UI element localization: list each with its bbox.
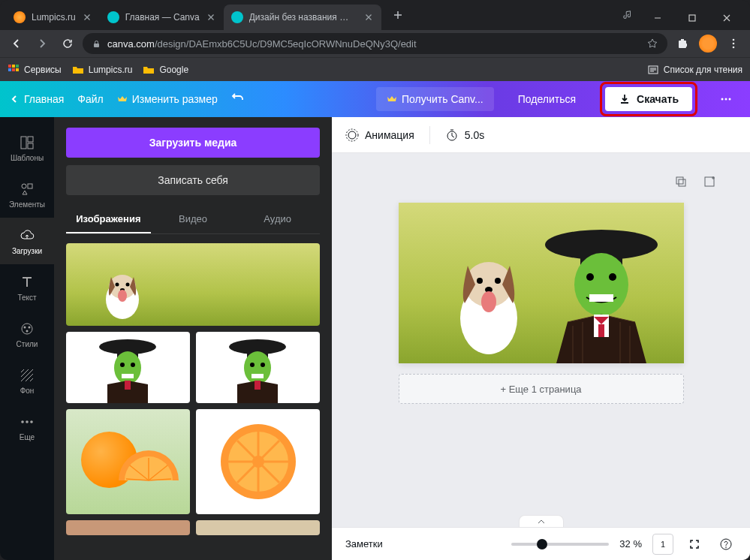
browser-tab-canva-home[interactable]: Главная — Canva	[100, 5, 224, 30]
bookmark-label: Google	[159, 65, 188, 75]
list-icon	[647, 64, 659, 76]
page-actions	[670, 171, 720, 192]
add-page-icon	[703, 175, 716, 188]
duplicate-page-button[interactable]	[670, 171, 691, 192]
browser-tab-canva-design[interactable]: Дизайн без названия — 1280	[224, 5, 381, 30]
share-button[interactable]: Поделиться	[508, 87, 586, 111]
uploads-icon	[19, 227, 35, 244]
back-button[interactable]	[6, 33, 27, 54]
svg-point-25	[26, 420, 29, 423]
minimize-button[interactable]	[640, 6, 675, 30]
canvas-page[interactable]	[399, 203, 684, 363]
home-button[interactable]: Главная	[9, 93, 64, 105]
svg-point-2	[733, 39, 735, 41]
rail-label: Еще	[20, 433, 35, 441]
svg-rect-67	[679, 179, 685, 186]
folder-icon	[72, 64, 84, 76]
media-thumb-mask1[interactable]	[66, 332, 190, 403]
download-icon	[619, 93, 631, 105]
add-page-button[interactable]	[699, 171, 720, 192]
reload-button[interactable]	[57, 33, 78, 54]
rail-background[interactable]: Фон	[0, 357, 54, 404]
svg-point-13	[725, 98, 727, 101]
window-controls	[640, 6, 744, 30]
file-menu[interactable]: Файл	[77, 93, 103, 105]
rail-text[interactable]: Текст	[0, 264, 54, 311]
media-thumb-orange-icon[interactable]	[196, 409, 320, 514]
rail-styles[interactable]: Стили	[0, 311, 54, 357]
background-icon	[19, 367, 35, 384]
media-thumb-mask2[interactable]	[196, 332, 320, 403]
bookmark-lumpics[interactable]: Lumpics.ru	[72, 64, 133, 76]
media-thumb-partial2[interactable]	[196, 520, 320, 535]
expand-pages-button[interactable]	[519, 515, 564, 527]
home-label: Главная	[24, 93, 64, 105]
elements-icon	[19, 181, 35, 197]
browser-menu-button[interactable]	[723, 33, 744, 54]
reading-list-button[interactable]: Список для чтения	[647, 64, 742, 76]
animation-icon	[345, 128, 359, 142]
favicon-lumpics	[14, 11, 26, 23]
url-domain: canva.com	[107, 38, 155, 50]
extensions-button[interactable]	[672, 33, 693, 54]
duration-label: 5.0s	[465, 129, 484, 141]
download-button[interactable]: Скачать	[605, 87, 692, 111]
close-icon[interactable]	[82, 12, 92, 23]
upload-media-button[interactable]: Загрузить медиа	[66, 128, 320, 158]
help-button[interactable]	[715, 534, 736, 555]
add-page-bar[interactable]: + Еще 1 страница	[399, 374, 684, 404]
tab-images[interactable]: Изображения	[66, 206, 151, 233]
media-icon[interactable]	[622, 10, 633, 20]
rail-elements[interactable]: Элементы	[0, 171, 54, 218]
close-icon[interactable]	[206, 12, 216, 23]
svg-rect-1	[94, 44, 99, 47]
url-bar[interactable]: canva.com/design/DAEmxb6C5Uc/D9MC5eqIcOR…	[83, 33, 667, 54]
get-canva-pro-button[interactable]: Получить Canv...	[376, 87, 494, 111]
profile-avatar[interactable]	[697, 33, 718, 54]
svg-rect-46	[255, 381, 261, 390]
rail-more[interactable]: Еще	[0, 404, 54, 450]
rail-templates[interactable]: Шаблоны	[0, 125, 54, 171]
more-icon	[719, 92, 733, 106]
resize-button[interactable]: Изменить размер	[117, 93, 218, 105]
record-yourself-button[interactable]: Записать себя	[66, 165, 320, 195]
canvas-area: Анимация 5.0s + Еще 1 страница Заметки	[332, 117, 750, 560]
tab-video[interactable]: Видео	[151, 206, 236, 233]
share-label: Поделиться	[518, 93, 576, 105]
rail-label: Фон	[20, 387, 35, 395]
uploads-panel: Загрузить медиа Записать себя Изображени…	[54, 117, 332, 560]
rail-label: Текст	[17, 294, 36, 302]
animation-button[interactable]: Анимация	[345, 128, 414, 142]
star-icon[interactable]	[646, 38, 658, 50]
svg-point-32	[118, 290, 127, 302]
tab-label: Изображения	[76, 213, 140, 224]
bookmark-google[interactable]: Google	[143, 64, 188, 76]
rail-uploads[interactable]: Загрузки	[0, 218, 54, 264]
svg-rect-68	[705, 177, 714, 186]
page-number-button[interactable]: 1	[652, 534, 673, 555]
svg-point-18	[22, 184, 26, 188]
canvas-scroll[interactable]: + Еще 1 страница	[332, 153, 750, 527]
tab-audio[interactable]: Аудио	[235, 206, 320, 233]
download-highlight: Скачать	[600, 82, 697, 116]
duration-button[interactable]: 5.0s	[445, 128, 484, 142]
new-tab-button[interactable]	[387, 5, 408, 26]
svg-rect-39	[125, 381, 131, 390]
forward-button[interactable]	[32, 33, 53, 54]
maximize-button[interactable]	[675, 6, 709, 30]
reading-list-label: Список для чтения	[664, 65, 742, 75]
undo-button[interactable]	[231, 92, 245, 106]
media-thumb-dog[interactable]	[66, 243, 320, 326]
fullscreen-button[interactable]	[684, 534, 705, 555]
svg-rect-5	[8, 65, 11, 68]
more-button[interactable]	[711, 92, 741, 106]
notes-button[interactable]: Заметки	[345, 538, 383, 549]
media-thumb-oranges[interactable]	[66, 409, 190, 514]
media-thumb-partial1[interactable]	[66, 520, 190, 535]
close-icon[interactable]	[363, 12, 374, 23]
svg-point-22	[29, 326, 31, 328]
bookmark-apps[interactable]: Сервисы	[8, 64, 62, 76]
browser-tab-lumpics[interactable]: Lumpics.ru	[6, 5, 100, 30]
close-window-button[interactable]	[709, 6, 744, 30]
zoom-slider[interactable]	[511, 543, 609, 546]
